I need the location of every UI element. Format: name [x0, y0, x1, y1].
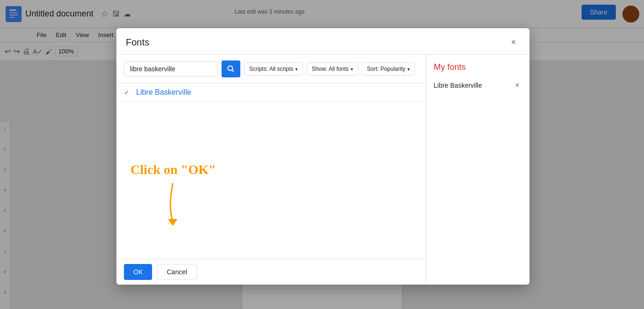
dialog-footer: OK Cancel [116, 259, 426, 285]
dialog-header: Fonts × [116, 28, 529, 55]
my-fonts-title: My fonts [426, 55, 529, 77]
dialog-body: Scripts: All scripts Show: All fonts Sor… [116, 55, 529, 285]
svg-marker-7 [168, 219, 177, 226]
remove-font-button[interactable]: × [513, 81, 522, 90]
ok-button[interactable]: OK [124, 264, 152, 280]
my-font-item-libre[interactable]: Libre Baskerville × [426, 77, 529, 94]
scripts-filter[interactable]: Scripts: All scripts [244, 62, 303, 75]
font-list: ✓ Libre Baskerville [116, 83, 426, 171]
search-bar: Scripts: All scripts Show: All fonts Sor… [116, 55, 426, 83]
search-button[interactable] [222, 60, 240, 77]
search-input[interactable] [124, 61, 218, 76]
filter-buttons: Scripts: All scripts Show: All fonts Sor… [244, 62, 418, 75]
empty-space: Click on "OK" [116, 171, 426, 259]
sort-filter[interactable]: Sort: Popularity [362, 62, 415, 75]
fonts-dialog: Fonts × Scripts: All scripts [116, 28, 529, 285]
svg-point-5 [228, 66, 233, 71]
svg-line-6 [232, 70, 234, 72]
search-icon [227, 65, 235, 73]
dialog-title: Fonts [126, 37, 149, 48]
annotation-area: Click on "OK" [130, 162, 216, 226]
checkmark-icon: ✓ [124, 89, 131, 96]
cancel-button[interactable]: Cancel [157, 264, 197, 280]
close-button[interactable]: × [507, 36, 520, 49]
annotation-arrow [159, 179, 215, 226]
font-item-libre-baskerville[interactable]: ✓ Libre Baskerville [116, 83, 426, 102]
right-panel: My fonts Libre Baskerville × [426, 55, 529, 285]
show-filter[interactable]: Show: All fonts [307, 62, 358, 75]
left-panel: Scripts: All scripts Show: All fonts Sor… [116, 55, 426, 285]
font-name-label: Libre Baskerville [136, 88, 191, 97]
my-font-name: Libre Baskerville [434, 82, 482, 89]
